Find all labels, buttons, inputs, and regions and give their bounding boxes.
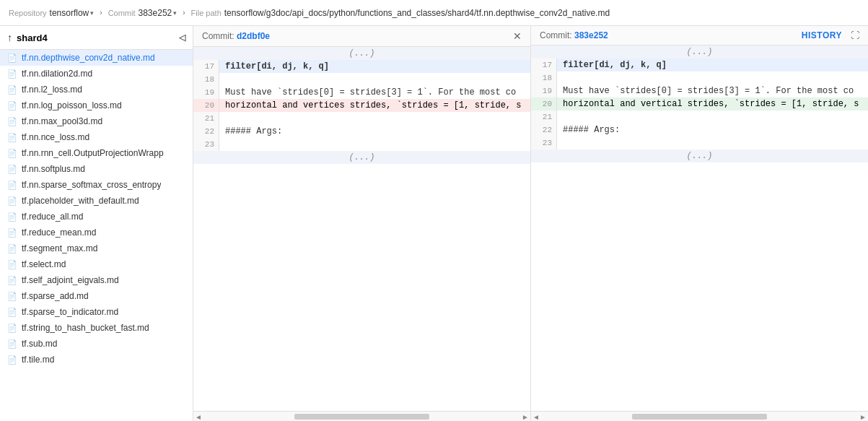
left-scrollbar[interactable]: ◄ ► (193, 412, 531, 421)
sidebar-item[interactable]: 📄 tf.nn.l2_loss.md (0, 82, 193, 97)
line-number: 19 (531, 84, 557, 97)
file-icon: 📄 (7, 212, 17, 222)
sidebar-item[interactable]: 📄 tf.segment_max.md (0, 240, 193, 256)
diff-line: 17 filter[di, dj, k, q] (193, 60, 530, 73)
sidebar-item-label: tf.self_adjoint_eigvals.md (22, 275, 119, 285)
left-diff-content[interactable]: (...) 17 filter[di, dj, k, q] 18 19 Must… (193, 47, 530, 411)
sidebar-item[interactable]: 📄 tf.string_to_hash_bucket_fast.md (0, 320, 193, 336)
left-scroll-thumb[interactable] (294, 414, 429, 420)
sidebar-item[interactable]: 📄 tf.nn.nce_loss.md (0, 129, 193, 145)
sidebar-collapse-icon[interactable]: ◁ (179, 32, 185, 43)
diff-line: 18 (531, 71, 868, 84)
sidebar-item[interactable]: 📄 tf.placeholder_with_default.md (0, 193, 193, 209)
left-panel-close-button[interactable]: ✕ (513, 30, 522, 42)
line-content: filter[di, dj, k, q] (219, 60, 530, 73)
line-content: (...) (193, 47, 530, 60)
commit-chevron-icon: ▾ (173, 9, 177, 17)
diff-line: (...) (193, 151, 530, 164)
left-commit-hash: d2dbf0e (237, 31, 270, 41)
file-icon: 📄 (7, 308, 17, 317)
diff-line: (...) (193, 47, 530, 60)
left-panel-header: Commit: d2dbf0e ✕ (193, 26, 530, 47)
file-icon: 📄 (7, 133, 17, 142)
sidebar-item-label: tf.sparse_to_indicator.md (22, 307, 118, 317)
sidebar-item[interactable]: 📄 tf.nn.log_poisson_loss.md (0, 97, 193, 113)
sidebar-header-left: ↑ shard4 (7, 32, 48, 43)
filepath-section: File path tensorflow/g3doc/api_docs/pyth… (191, 8, 610, 18)
history-button[interactable]: HISTORY (802, 30, 842, 40)
sidebar-item[interactable]: 📄 tf.nn.dilation2d.md (0, 66, 193, 82)
sidebar-item[interactable]: 📄 tf.sparse_to_indicator.md (0, 304, 193, 320)
right-scroll-right-arrow[interactable]: ► (859, 413, 867, 421)
sidebar-item-label: tf.reduce_mean.md (22, 227, 96, 238)
file-icon: 📄 (7, 69, 17, 79)
file-icon: 📄 (7, 324, 17, 333)
file-icon: 📄 (7, 228, 17, 238)
file-icon: 📄 (7, 196, 17, 206)
line-number: 23 (531, 136, 557, 149)
sidebar-item[interactable]: 📄 tf.reduce_mean.md (0, 225, 193, 240)
sidebar-item-label: tf.nn.depthwise_conv2d_native.md (22, 53, 155, 63)
sidebar-item[interactable]: 📄 tf.nn.rnn_cell.OutputProjectionWrapp (0, 145, 193, 161)
repository-dropdown[interactable]: tensorflow ▾ (50, 8, 95, 18)
filepath-label: File path (191, 9, 222, 17)
file-icon: 📄 (7, 292, 17, 301)
right-scroll-left-arrow[interactable]: ◄ (532, 413, 540, 421)
sidebar-item[interactable]: 📄 tf.reduce_all.md (0, 209, 193, 225)
sidebar-item[interactable]: 📄 tf.self_adjoint_eigvals.md (0, 272, 193, 288)
line-content: horizontal and vertical strides, `stride… (557, 97, 868, 110)
sidebar-item[interactable]: 📄 tf.nn.sparse_softmax_cross_entropy (0, 177, 193, 193)
right-diff-content[interactable]: (...) 17 filter[di, dj, k, q] 18 19 Must… (531, 45, 868, 411)
sidebar-item[interactable]: 📄 tf.nn.depthwise_conv2d_native.md (0, 50, 193, 66)
file-icon: 📄 (7, 85, 17, 95)
line-number: 22 (193, 125, 219, 138)
commit-section: Commit 383e252 ▾ (108, 8, 177, 18)
sidebar-item-label: tf.sub.md (22, 339, 57, 349)
sidebar-item-label: tf.sparse_add.md (22, 291, 89, 301)
sidebar-title: shard4 (17, 32, 48, 43)
diff-line: 23 (193, 138, 530, 151)
expand-icon[interactable]: ⛶ (851, 30, 859, 40)
line-number: 18 (193, 73, 219, 86)
file-icon: 📄 (7, 165, 17, 174)
diff-line: 17 filter[di, dj, k, q] (531, 58, 868, 71)
line-content: Must have `strides[0] = strides[3] = 1`.… (219, 86, 530, 99)
line-number: 23 (193, 138, 219, 151)
diff-line: 21 (193, 112, 530, 125)
right-scrollbar[interactable]: ◄ ► (531, 412, 868, 421)
left-scroll-right-arrow[interactable]: ► (522, 413, 529, 421)
sidebar-item[interactable]: 📄 tf.nn.softplus.md (0, 161, 193, 177)
line-content (219, 73, 530, 86)
sidebar-item[interactable]: 📄 tf.nn.max_pool3d.md (0, 113, 193, 129)
sidebar-item-label: tf.nn.l2_loss.md (22, 84, 82, 95)
line-content: filter[di, dj, k, q] (557, 58, 868, 71)
line-content (219, 112, 530, 125)
commit-dropdown[interactable]: 383e252 ▾ (139, 8, 177, 18)
line-content: (...) (531, 149, 868, 162)
right-scroll-thumb[interactable] (632, 414, 767, 420)
sidebar-item-label: tf.nn.log_poisson_loss.md (22, 100, 122, 110)
file-icon: 📄 (7, 53, 17, 63)
sidebar-item[interactable]: 📄 tf.sub.md (0, 336, 193, 352)
sidebar-item-label: tf.tile.md (22, 355, 54, 365)
sidebar-item-label: tf.nn.nce_loss.md (22, 132, 89, 142)
breadcrumb-separator-2: › (183, 9, 185, 17)
main-container: ↑ shard4 ◁ 📄 tf.nn.depthwise_conv2d_nati… (0, 26, 868, 421)
left-scroll-left-arrow[interactable]: ◄ (195, 413, 202, 421)
sidebar-up-icon[interactable]: ↑ (7, 32, 12, 43)
file-icon: 📄 (7, 101, 17, 110)
sidebar-item[interactable]: 📄 tf.tile.md (0, 352, 193, 368)
diff-line: 20 horizontal and vertices strides, `str… (193, 99, 530, 112)
line-content (219, 138, 530, 151)
sidebar-list: 📄 tf.nn.depthwise_conv2d_native.md 📄 tf.… (0, 50, 193, 421)
sidebar-item[interactable]: 📄 tf.select.md (0, 256, 193, 272)
line-number: 19 (193, 86, 219, 99)
sidebar-item-label: tf.reduce_all.md (22, 212, 83, 222)
line-content: horizontal and vertices strides, `stride… (219, 99, 530, 112)
right-commit-label: Commit: (540, 30, 572, 40)
breadcrumb-separator-1: › (100, 9, 102, 17)
line-content: ##### Args: (219, 125, 530, 138)
commit-value: 383e252 (139, 8, 172, 18)
line-number: 17 (531, 58, 557, 71)
sidebar-item[interactable]: 📄 tf.sparse_add.md (0, 288, 193, 304)
